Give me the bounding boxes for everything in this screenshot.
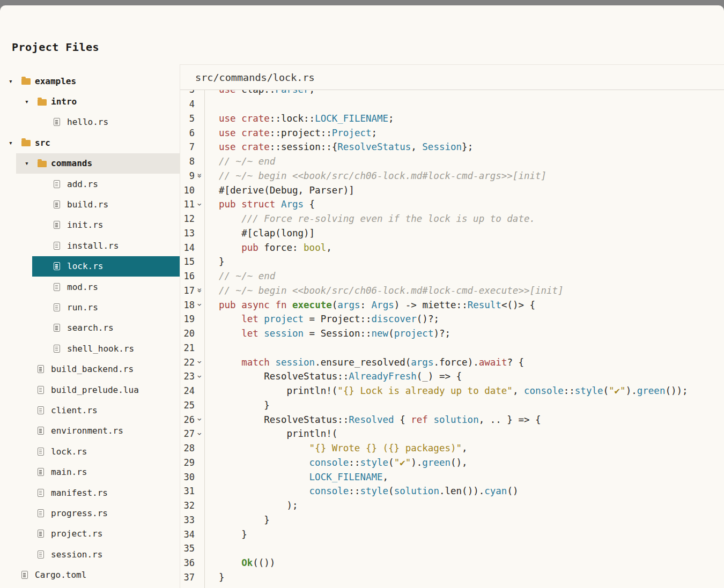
code-line-28: 28 "{} Wrote {} ({} packages)", <box>180 441 724 456</box>
tree-item-run.rs[interactable]: run.rs <box>32 297 180 317</box>
tree-icon-cell <box>38 427 51 435</box>
tree-item-search.rs[interactable]: search.rs <box>32 318 180 338</box>
code-line-5: 5use crate::lock::LOCK_FILENAME; <box>180 111 724 126</box>
fold-toggle-icon[interactable]: › <box>195 430 204 438</box>
code-text: } <box>204 256 225 267</box>
tree-item-add.rs[interactable]: add.rs <box>32 174 180 194</box>
tree-item-session.rs[interactable]: session.rs <box>16 544 180 564</box>
tree-item-examples[interactable]: ▾examples <box>0 71 180 91</box>
tree-item-intro[interactable]: ▾intro <box>16 91 180 111</box>
tree-icon-cell <box>54 180 67 188</box>
tree-icon-cell <box>38 530 51 538</box>
code-text: /// Force re-solving even if the lock is… <box>204 213 535 224</box>
panel-title: Project Files <box>12 41 99 54</box>
code-text: // ~/~ begin <<book/src/ch06-lock.md#loc… <box>204 170 546 181</box>
file-icon <box>38 386 44 394</box>
tree-item-project.rs[interactable]: project.rs <box>16 524 180 544</box>
fold-toggle-icon[interactable]: › <box>195 415 204 423</box>
code-line-17: 17»// ~/~ begin <<book/src/ch06-lock.md#… <box>180 284 724 298</box>
code-lines: 3use clap::Parser;45use crate::lock::LOC… <box>180 90 724 588</box>
code-line-22: 22› match session.ensure_resolved(args.f… <box>180 355 724 369</box>
line-number: 33 <box>180 515 195 525</box>
file-icon <box>54 118 60 126</box>
tree-item-label: build.rs <box>67 199 108 210</box>
fold-toggle-icon[interactable]: » <box>195 172 204 180</box>
disclosure-triangle-icon[interactable]: ▾ <box>25 160 38 167</box>
tree-item-main.rs[interactable]: main.rs <box>16 462 180 482</box>
disclosure-triangle-icon[interactable]: ▾ <box>9 78 21 85</box>
code-text: use clap::Parser; <box>204 90 315 95</box>
tree-item-progress.rs[interactable]: progress.rs <box>16 503 180 523</box>
tree-icon-cell <box>38 489 51 497</box>
tree-icon-cell <box>38 509 51 517</box>
code-line-37: 37} <box>180 570 724 585</box>
code-text: #[clap(long)] <box>204 228 315 239</box>
code-line-34: 34 } <box>180 527 724 541</box>
code-editor[interactable]: 3use clap::Parser;45use crate::lock::LOC… <box>180 90 724 588</box>
line-number: 20 <box>180 328 195 339</box>
tree-item-label: client.rs <box>51 405 98 415</box>
tree-item-init.rs[interactable]: init.rs <box>32 215 180 235</box>
tree-item-label: session.rs <box>51 549 102 560</box>
code-line-31: 31 console::style(solution.len()).cyan() <box>180 484 724 498</box>
line-number: 21 <box>180 343 195 353</box>
code-line-36: 36 Ok(()) <box>180 556 724 570</box>
tree-item-mod.rs[interactable]: mod.rs <box>32 277 180 297</box>
code-text: use crate::lock::LOCK_FILENAME; <box>204 113 394 124</box>
tree-item-lock.rs[interactable]: lock.rs <box>16 441 180 462</box>
fold-toggle-icon[interactable]: » <box>195 286 204 294</box>
tree-item-install.rs[interactable]: install.rs <box>32 235 180 256</box>
tree-item-lock.rs[interactable]: lock.rs <box>32 256 180 277</box>
tree-item-label: shell_hook.rs <box>67 344 134 354</box>
line-number: 15 <box>180 256 195 267</box>
file-icon <box>54 221 60 229</box>
line-number: 3 <box>180 90 195 95</box>
file-icon <box>54 303 60 311</box>
tree-item-label: hello.rs <box>67 117 108 127</box>
tree-item-label: build_prelude.lua <box>51 385 139 395</box>
code-line-12: 12 /// Force re-solving even if the lock… <box>180 212 724 226</box>
tree-item-src[interactable]: ▾src <box>0 132 180 153</box>
code-line-35: 35 <box>180 541 724 556</box>
tree-item-label: install.rs <box>67 241 119 251</box>
code-line-38: 38 <box>180 584 724 588</box>
tree-item-build_prelude.lua[interactable]: build_prelude.lua <box>16 379 180 400</box>
code-text: println!( <box>204 428 337 439</box>
code-text: console::style(solution.len()).cyan() <box>204 486 518 496</box>
tree-item-client.rs[interactable]: client.rs <box>16 400 180 420</box>
code-line-30: 30 LOCK_FILENAME, <box>180 470 724 484</box>
line-number: 10 <box>180 185 195 196</box>
tree-icon-cell <box>38 160 51 167</box>
tree-item-hello.rs[interactable]: hello.rs <box>32 112 180 132</box>
tree-item-build_backend.rs[interactable]: build_backend.rs <box>16 359 180 379</box>
window-body: ▾examples▾introhello.rs▾src▾commandsadd.… <box>0 64 724 588</box>
code-line-10: 10#[derive(Debug, Parser)] <box>180 183 724 197</box>
line-number: 22 <box>180 357 195 368</box>
fold-toggle-icon[interactable]: › <box>195 373 204 381</box>
fold-toggle-icon[interactable]: › <box>195 301 204 309</box>
tree-item-shell_hook.rs[interactable]: shell_hook.rs <box>32 338 180 359</box>
line-number: 23 <box>180 371 195 382</box>
tree-item-environment.rs[interactable]: environment.rs <box>16 421 180 441</box>
file-icon <box>38 509 44 517</box>
tree-item-label: src <box>35 138 50 148</box>
code-text: ResolveStatus::Resolved { ref solution, … <box>204 414 541 425</box>
tree-item-commands[interactable]: ▾commands <box>16 153 180 174</box>
disclosure-triangle-icon[interactable]: ▾ <box>25 98 38 105</box>
line-number: 14 <box>180 242 195 253</box>
code-text: let session = Session::new(project)?; <box>204 328 450 339</box>
tree-item-manifest.rs[interactable]: manifest.rs <box>16 482 180 503</box>
code-line-26: 26› ResolveStatus::Resolved { ref soluti… <box>180 412 724 427</box>
code-text: } <box>204 400 270 411</box>
code-line-3: 3use clap::Parser; <box>180 90 724 97</box>
line-number: 9 <box>180 170 195 181</box>
disclosure-triangle-icon[interactable]: ▾ <box>9 139 21 146</box>
file-icon <box>38 489 44 497</box>
line-number: 4 <box>180 99 195 109</box>
fold-toggle-icon[interactable]: › <box>195 358 204 366</box>
file-icon <box>54 345 60 353</box>
tree-item-build.rs[interactable]: build.rs <box>32 194 180 214</box>
tree-item-label: add.rs <box>67 179 98 189</box>
tree-item-Cargo.toml[interactable]: Cargo.toml <box>0 564 180 585</box>
fold-toggle-icon[interactable]: › <box>195 200 204 209</box>
